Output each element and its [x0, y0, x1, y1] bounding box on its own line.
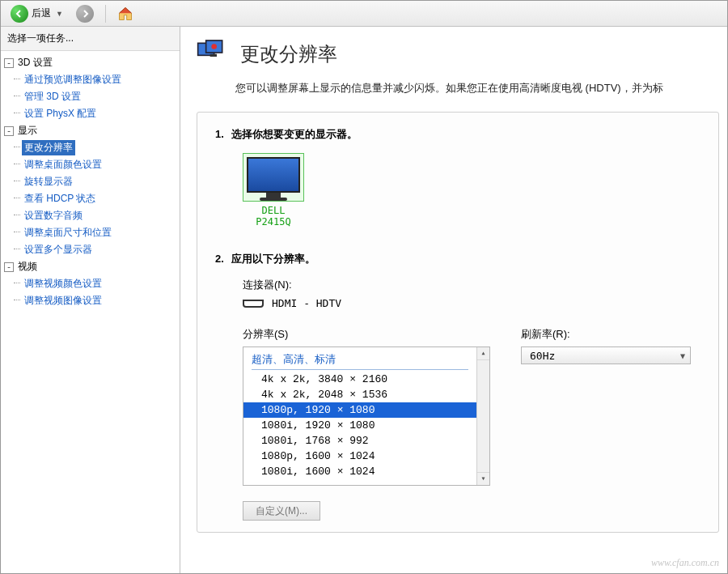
tree-item[interactable]: 设置 PhysX 配置	[22, 106, 99, 121]
connector-label: 连接器(N):	[243, 278, 700, 292]
back-arrow-icon	[11, 5, 28, 23]
refresh-combo[interactable]: 60Hz ▼	[521, 347, 691, 364]
scroll-up-icon[interactable]: ▴	[477, 347, 489, 360]
resolution-item[interactable]: 1080p, 1600 × 1024	[243, 449, 476, 464]
monitor-label: DELL P2415Q	[243, 205, 304, 227]
page-titlebar: 更改分辨率	[180, 27, 727, 78]
resolution-item[interactable]: 1080i, 1768 × 992	[243, 433, 476, 449]
sidebar: 选择一项任务... -3D 设置通过预览调整图像设置管理 3D 设置设置 Phy…	[1, 27, 180, 574]
refresh-value: 60Hz	[530, 350, 555, 362]
resolution-label: 分辨率(S)	[243, 327, 490, 342]
tree-item[interactable]: 查看 HDCP 状态	[22, 191, 98, 206]
step-1-heading: 1.选择你想要变更的显示器。	[215, 127, 700, 142]
main-area: 选择一项任务... -3D 设置通过预览调整图像设置管理 3D 设置设置 Phy…	[1, 27, 727, 574]
toolbar: 后退 ▼	[1, 1, 727, 27]
svg-rect-3	[210, 54, 217, 57]
watermark: www.cfan.com.cn	[651, 557, 719, 569]
tree-collapse-icon[interactable]: -	[4, 262, 14, 272]
monitor-pair-icon	[197, 38, 229, 70]
tree-item[interactable]: 调整桌面尺寸和位置	[22, 225, 114, 240]
home-button[interactable]	[112, 4, 138, 23]
resolution-listbox[interactable]: 超清、高清、标清4k x 2k, 3840 × 21604k x 2k, 204…	[243, 347, 490, 486]
tree-item[interactable]: 设置数字音频	[22, 208, 85, 223]
monitor-selector: DELL P2415Q	[243, 153, 700, 227]
tree-item[interactable]: 设置多个显示器	[22, 242, 95, 257]
svg-point-2	[211, 44, 217, 49]
resolution-item[interactable]: 4k x 2k, 3840 × 2160	[243, 372, 476, 387]
task-tree: -3D 设置通过预览调整图像设置管理 3D 设置设置 PhysX 配置-显示更改…	[1, 51, 180, 574]
resolution-item[interactable]: 1080i, 1600 × 1024	[243, 464, 476, 479]
hdmi-icon	[243, 300, 264, 308]
scrollbar[interactable]: ▴ ▾	[476, 347, 489, 485]
resolution-item[interactable]: 1080p, 1920 × 1080	[243, 402, 476, 418]
step-2-heading: 2.应用以下分辨率。	[215, 252, 700, 266]
resolution-item[interactable]: 1080i, 1920 × 1080	[243, 418, 476, 433]
resolution-item[interactable]: 4k x 2k, 2048 × 1536	[243, 387, 476, 402]
chevron-down-icon: ▼	[680, 351, 685, 360]
tree-item[interactable]: 管理 3D 设置	[22, 89, 83, 104]
refresh-label: 刷新率(R):	[521, 327, 691, 342]
tree-group-label[interactable]: 显示	[15, 123, 40, 138]
back-label: 后退	[32, 6, 51, 20]
tree-item[interactable]: 调整视频颜色设置	[22, 276, 104, 291]
tree-item[interactable]: 调整视频图像设置	[22, 293, 104, 308]
scroll-down-icon[interactable]: ▾	[477, 472, 489, 485]
list-group-header: 超清、高清、标清	[243, 347, 476, 372]
page-title: 更改分辨率	[240, 41, 337, 67]
tree-item[interactable]: 更改分辨率	[22, 140, 75, 155]
monitor-item[interactable]: DELL P2415Q	[243, 153, 304, 227]
tree-item[interactable]: 通过预览调整图像设置	[22, 72, 124, 87]
tree-collapse-icon[interactable]: -	[4, 126, 14, 136]
sidebar-header: 选择一项任务...	[1, 27, 180, 51]
content-panel: 更改分辨率 您可以调整屏幕上显示的信息量并减少闪烁。如果您正在使用高清晰度电视 …	[180, 27, 727, 574]
back-button[interactable]: 后退 ▼	[6, 3, 68, 24]
tree-item[interactable]: 调整桌面颜色设置	[22, 157, 104, 172]
connector-row: HDMI - HDTV	[243, 297, 700, 309]
tree-item[interactable]: 旋转显示器	[22, 174, 75, 189]
tree-group-label[interactable]: 3D 设置	[15, 55, 55, 70]
forward-button[interactable]	[71, 3, 99, 24]
tree-group-label[interactable]: 视频	[15, 259, 40, 274]
toolbar-separator	[105, 5, 106, 23]
back-dropdown-icon[interactable]: ▼	[56, 10, 63, 18]
tree-collapse-icon[interactable]: -	[4, 58, 14, 68]
forward-arrow-icon	[76, 5, 94, 23]
custom-button[interactable]: 自定义(M)...	[243, 501, 320, 521]
settings-panel: 1.选择你想要变更的显示器。 DELL P2415Q 2.应用以下分辨率。 连接…	[197, 112, 719, 533]
page-description: 您可以调整屏幕上显示的信息量并减少闪烁。如果您正在使用高清晰度电视 (HDTV)…	[180, 78, 727, 112]
connector-value: HDMI - HDTV	[272, 297, 341, 309]
